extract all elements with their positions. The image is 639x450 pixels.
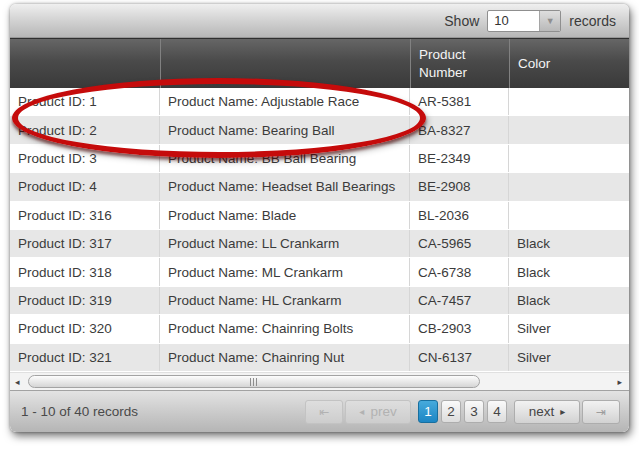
table-cell: Silver bbox=[509, 344, 629, 371]
table-cell: Product ID: 319 bbox=[10, 287, 160, 314]
chevron-down-icon[interactable]: ▼ bbox=[539, 11, 560, 31]
table-cell: Product Name: Adjustable Race bbox=[160, 88, 410, 115]
page-button-1[interactable]: 1 bbox=[418, 400, 438, 423]
toolbar: Show 10 ▼ records bbox=[10, 4, 629, 38]
table-cell: Product ID: 1 bbox=[10, 88, 160, 115]
table-body: Product ID: 1Product Name: Adjustable Ra… bbox=[10, 88, 629, 372]
pagination: ⇤ ◂ prev 1234 next ▸ ⇥ bbox=[305, 400, 620, 424]
table-cell bbox=[509, 88, 629, 115]
scrollbar-grip-icon bbox=[250, 378, 258, 386]
table-cell: Black bbox=[509, 258, 629, 285]
table-cell: Product ID: 317 bbox=[10, 230, 160, 257]
table-cell: CA-5965 bbox=[410, 230, 509, 257]
table-cell: BE-2349 bbox=[410, 145, 509, 172]
page: Show 10 ▼ records Product NumberColor Pr… bbox=[0, 0, 639, 450]
table-row[interactable]: Product ID: 2Product Name: Bearing BallB… bbox=[10, 116, 629, 144]
table-cell bbox=[509, 145, 629, 172]
table-row[interactable]: Product ID: 320Product Name: Chainring B… bbox=[10, 315, 629, 343]
table-row[interactable]: Product ID: 316Product Name: BladeBL-203… bbox=[10, 202, 629, 230]
first-page-button[interactable]: ⇤ bbox=[305, 400, 343, 424]
scrollbar-thumb[interactable] bbox=[28, 375, 480, 388]
table-cell: AR-5381 bbox=[410, 88, 509, 115]
footer: 1 - 10 of 40 records ⇤ ◂ prev 1234 next … bbox=[10, 390, 629, 432]
table-cell: CN-6137 bbox=[410, 344, 509, 371]
table-cell: Product Name: Chainring Nut bbox=[160, 344, 410, 371]
table-cell: Product ID: 3 bbox=[10, 145, 160, 172]
table-row[interactable]: Product ID: 319Product Name: HL Crankarm… bbox=[10, 287, 629, 315]
table-cell: Product Name: LL Crankarm bbox=[160, 230, 410, 257]
table-cell: Product ID: 4 bbox=[10, 173, 160, 200]
table-cell: Product ID: 320 bbox=[10, 315, 160, 342]
data-grid-window: Show 10 ▼ records Product NumberColor Pr… bbox=[10, 4, 629, 432]
next-arrow-icon: ▸ bbox=[560, 406, 565, 417]
table-cell: Product Name: Bearing Ball bbox=[160, 116, 410, 143]
table-cell bbox=[509, 202, 629, 229]
table-cell bbox=[509, 116, 629, 143]
header-cell bbox=[160, 39, 410, 88]
table-row[interactable]: Product ID: 317Product Name: LL Crankarm… bbox=[10, 230, 629, 258]
next-label: next bbox=[529, 404, 555, 419]
table-cell: BE-2908 bbox=[410, 173, 509, 200]
table-row[interactable]: Product ID: 1Product Name: Adjustable Ra… bbox=[10, 88, 629, 116]
table-row[interactable]: Product ID: 321Product Name: Chainring N… bbox=[10, 344, 629, 372]
table-cell bbox=[509, 173, 629, 200]
page-button-3[interactable]: 3 bbox=[464, 400, 484, 423]
table-cell: Product Name: Blade bbox=[160, 202, 410, 229]
table-cell: Product Name: BB Ball Bearing bbox=[160, 145, 410, 172]
table-cell: CB-2903 bbox=[410, 315, 509, 342]
table-row[interactable]: Product ID: 318Product Name: ML Crankarm… bbox=[10, 258, 629, 286]
next-page-button[interactable]: next ▸ bbox=[514, 400, 580, 424]
scroll-right-icon[interactable]: ▸ bbox=[617, 373, 622, 390]
table-cell: Product ID: 2 bbox=[10, 116, 160, 143]
table-cell: BL-2036 bbox=[410, 202, 509, 229]
header-cell: Product Number bbox=[410, 39, 509, 88]
table-cell: Silver bbox=[509, 315, 629, 342]
table-cell: Product Name: HL Crankarm bbox=[160, 287, 410, 314]
table-cell: BA-8327 bbox=[410, 116, 509, 143]
table-cell: Black bbox=[509, 230, 629, 257]
table-cell: Product ID: 318 bbox=[10, 258, 160, 285]
table-cell: Product Name: Chainring Bolts bbox=[160, 315, 410, 342]
scroll-left-icon[interactable]: ◂ bbox=[15, 373, 20, 390]
table-cell: Black bbox=[509, 287, 629, 314]
prev-page-button[interactable]: ◂ prev bbox=[345, 400, 411, 424]
table-cell: CA-6738 bbox=[410, 258, 509, 285]
show-label: Show bbox=[444, 13, 479, 29]
records-status: 1 - 10 of 40 records bbox=[21, 404, 138, 419]
table-cell: Product ID: 316 bbox=[10, 202, 160, 229]
first-page-icon: ⇤ bbox=[319, 405, 329, 419]
last-page-button[interactable]: ⇥ bbox=[582, 400, 620, 424]
table-row[interactable]: Product ID: 4Product Name: Headset Ball … bbox=[10, 173, 629, 201]
page-size-value: 10 bbox=[488, 11, 539, 31]
page-button-2[interactable]: 2 bbox=[441, 400, 461, 423]
header-cell: Color bbox=[509, 39, 629, 88]
records-label: records bbox=[569, 13, 616, 29]
table-cell: CA-7457 bbox=[410, 287, 509, 314]
page-size-select[interactable]: 10 ▼ bbox=[487, 10, 561, 32]
prev-label: prev bbox=[370, 404, 396, 419]
last-page-icon: ⇥ bbox=[596, 405, 606, 419]
prev-arrow-icon: ◂ bbox=[359, 406, 364, 417]
page-button-4[interactable]: 4 bbox=[487, 400, 507, 423]
table-cell: Product Name: Headset Ball Bearings bbox=[160, 173, 410, 200]
header-cell bbox=[10, 39, 160, 88]
page-buttons: 1234 bbox=[418, 400, 507, 423]
table-cell: Product ID: 321 bbox=[10, 344, 160, 371]
table-header: Product NumberColor bbox=[10, 38, 629, 88]
table-row[interactable]: Product ID: 3Product Name: BB Ball Beari… bbox=[10, 145, 629, 173]
horizontal-scrollbar[interactable]: ◂ ▸ bbox=[10, 372, 629, 390]
table-cell: Product Name: ML Crankarm bbox=[160, 258, 410, 285]
